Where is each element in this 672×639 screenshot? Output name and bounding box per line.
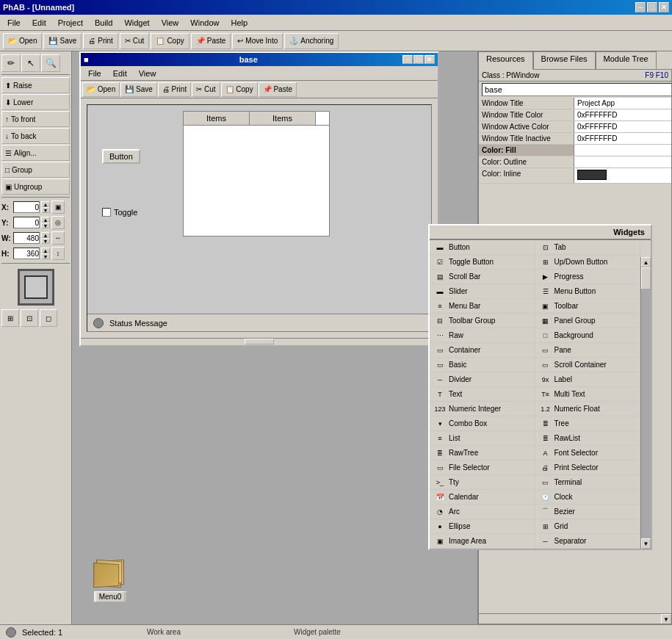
widget-item-image-area[interactable]: ▣Image Area bbox=[430, 534, 535, 549]
menu-widget[interactable]: Widget bbox=[118, 17, 155, 29]
widget-item-terminal[interactable]: ▭Terminal bbox=[535, 475, 641, 490]
widget-item-numeric-float[interactable]: 1.2Numeric Float bbox=[535, 402, 641, 416]
h-input[interactable] bbox=[13, 248, 40, 259]
widget-item-toolbar-group[interactable]: ⊟Toolbar Group bbox=[430, 314, 535, 328]
widget-item-container[interactable]: ▭Container bbox=[430, 343, 535, 358]
inner-paste[interactable]: 📌 Paste bbox=[259, 82, 297, 97]
open-button[interactable]: 📂 Open bbox=[3, 33, 42, 49]
widget-item-font-selector[interactable]: AFont Selector bbox=[535, 446, 641, 461]
paste-button[interactable]: 📌 Paste bbox=[191, 33, 231, 49]
inner-menu-file[interactable]: File bbox=[82, 68, 107, 79]
widget-item-scroll-bar[interactable]: ▤Scroll Bar bbox=[430, 270, 535, 284]
tab-browse-files[interactable]: Browse Files bbox=[533, 51, 596, 69]
widget-item-toggle-button[interactable]: ☑Toggle Button bbox=[430, 255, 535, 270]
prop-value-window-title[interactable]: Project App bbox=[574, 98, 671, 109]
widget-item-rawlist[interactable]: ≣RawList bbox=[535, 431, 641, 446]
inner-menu-edit[interactable]: Edit bbox=[107, 68, 133, 79]
widget-item-ellipse[interactable]: ●Ellipse bbox=[430, 519, 535, 534]
scroll-up-arrow[interactable]: ▲ bbox=[641, 257, 651, 267]
y-input[interactable] bbox=[13, 217, 40, 228]
h-spinner[interactable]: ▲ ▼ bbox=[41, 248, 50, 259]
to-front-button[interactable]: ↑ To front bbox=[1, 111, 70, 127]
select-tool[interactable]: ↖ bbox=[21, 54, 40, 72]
draw-tool[interactable]: ✏ bbox=[1, 54, 21, 72]
prop-value-fill[interactable] bbox=[574, 145, 671, 156]
widget-item-menu-bar[interactable]: ≡Menu Bar bbox=[430, 299, 535, 314]
print-button[interactable]: 🖨 Print bbox=[83, 33, 118, 49]
scroll-down-arrow[interactable]: ▼ bbox=[641, 538, 651, 549]
save-button[interactable]: 💾 Save bbox=[43, 33, 82, 49]
menu-view[interactable]: View bbox=[156, 17, 185, 29]
move-into-button[interactable]: ↩ Move Into bbox=[232, 33, 283, 49]
widget-item-clock[interactable]: 🕐Clock bbox=[535, 490, 641, 505]
to-back-button[interactable]: ↓ To back bbox=[1, 128, 70, 144]
widget-item-print-selector[interactable]: 🖨Print Selector bbox=[535, 461, 641, 475]
widget-item-file-selector[interactable]: ▭File Selector bbox=[430, 461, 535, 475]
menu-build[interactable]: Build bbox=[89, 17, 118, 29]
cut-button[interactable]: ✂ Cut bbox=[120, 33, 150, 49]
raise-button[interactable]: ⬆ Raise bbox=[1, 77, 70, 93]
widget-item-rawtree[interactable]: ≣RawTree bbox=[430, 446, 535, 461]
inner-save[interactable]: 💾 Save bbox=[120, 82, 157, 97]
widget-item-menu-button[interactable]: ☰Menu Button bbox=[535, 284, 641, 299]
widget-item-scroll-container[interactable]: ▭Scroll Container bbox=[535, 358, 641, 372]
prop-value-title-color[interactable]: 0xFFFFFFD bbox=[574, 109, 671, 120]
widget-item-text[interactable]: TText bbox=[430, 387, 535, 402]
prop-value-inactive[interactable]: 0xFFFFFFD bbox=[574, 133, 671, 144]
widget-item-tty[interactable]: >_Tty bbox=[430, 475, 535, 490]
widget-item-background[interactable]: □Background bbox=[535, 328, 641, 343]
widget-item-numeric-integer[interactable]: 123Numeric Integer bbox=[430, 402, 535, 416]
inner-open[interactable]: 📂 Open bbox=[82, 82, 120, 97]
menu-edit[interactable]: Edit bbox=[26, 17, 52, 29]
copy-button[interactable]: 📋 Copy bbox=[151, 33, 189, 49]
widget-item-pane[interactable]: ▭Pane bbox=[535, 343, 641, 358]
scroll-thumb[interactable] bbox=[641, 267, 651, 289]
group-button[interactable]: □ Group bbox=[1, 162, 70, 178]
inner-menu-view[interactable]: View bbox=[133, 68, 162, 79]
instance-name-input[interactable] bbox=[482, 83, 672, 96]
prop-value-active-color[interactable]: 0xFFFFFFD bbox=[574, 121, 671, 132]
inner-minimize[interactable]: ─ bbox=[402, 55, 413, 64]
menu-project[interactable]: Project bbox=[52, 17, 89, 29]
widget-item-basic[interactable]: ▭Basic bbox=[430, 358, 535, 372]
scroll-down-btn[interactable]: ▼ bbox=[661, 614, 671, 624]
widget-item-label[interactable]: 9xLabel bbox=[535, 372, 641, 387]
align-button[interactable]: ☰ Align... bbox=[1, 145, 70, 161]
widget-item-bezier[interactable]: ⌒Bezier bbox=[535, 505, 641, 519]
h-scrollbar[interactable] bbox=[81, 338, 438, 345]
widget-item-toolbar[interactable]: ▣Toolbar bbox=[535, 299, 641, 314]
toggle-checkbox[interactable] bbox=[102, 208, 111, 217]
w-spinner[interactable]: ▲ ▼ bbox=[41, 232, 50, 244]
zoom-tool[interactable]: 🔍 bbox=[41, 54, 60, 72]
widget-item-tree[interactable]: ≣Tree bbox=[535, 416, 641, 431]
x-spinner[interactable]: ▲ ▼ bbox=[41, 201, 50, 213]
grid-btn[interactable]: ⊞ bbox=[1, 309, 19, 327]
menu-window[interactable]: Window bbox=[184, 17, 225, 29]
widget-item-button[interactable]: ▬Button bbox=[430, 240, 535, 255]
widget-item-up/down-button[interactable]: ⊞Up/Down Button bbox=[535, 255, 641, 270]
tab-module-tree[interactable]: Module Tree bbox=[596, 51, 657, 69]
widget-item-multi-text[interactable]: T≡Multi Text bbox=[535, 387, 641, 402]
inner-maximize[interactable]: □ bbox=[413, 55, 424, 64]
widget-item-raw[interactable]: ⋯Raw bbox=[430, 328, 535, 343]
tab-resources[interactable]: Resources bbox=[478, 51, 533, 70]
widget-item-divider[interactable]: ─Divider bbox=[430, 372, 535, 387]
prop-value-outline[interactable] bbox=[574, 156, 671, 167]
lower-button[interactable]: ⬇ Lower bbox=[1, 94, 70, 110]
widgets-scrollbar[interactable]: ▲ ▼ bbox=[640, 257, 651, 549]
lock-btn[interactable]: ◻ bbox=[40, 309, 57, 327]
w-input[interactable] bbox=[13, 232, 40, 244]
widget-item-combo-box[interactable]: ▾Combo Box bbox=[430, 416, 535, 431]
menu0-item[interactable]: Menu0 bbox=[94, 560, 126, 602]
close-button[interactable]: ✕ bbox=[659, 2, 669, 12]
widget-item-grid[interactable]: ⊞Grid bbox=[535, 519, 641, 534]
x-tool[interactable]: ▣ bbox=[51, 201, 65, 214]
ungroup-button[interactable]: ▣ Ungroup bbox=[1, 178, 70, 195]
widget-item-arc[interactable]: ◔Arc bbox=[430, 505, 535, 519]
inner-copy[interactable]: 📋 Copy bbox=[221, 82, 258, 97]
maximize-button[interactable]: □ bbox=[647, 2, 657, 12]
snap-btn[interactable]: ⊡ bbox=[21, 309, 38, 327]
y-spinner[interactable]: ▲ ▼ bbox=[41, 217, 50, 228]
minimize-button[interactable]: ─ bbox=[635, 2, 646, 12]
w-tool[interactable]: ↔ bbox=[51, 231, 65, 245]
